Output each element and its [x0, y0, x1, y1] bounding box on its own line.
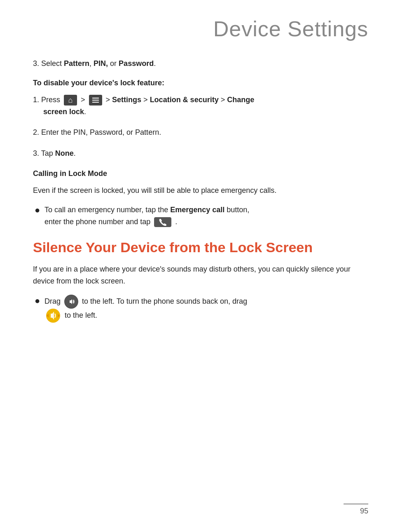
vibrate-icon [46, 309, 60, 323]
page-number: 95 [360, 507, 368, 516]
disable-step-2-text: 2. Enter the PIN, Password, or Pattern. [33, 127, 360, 138]
call-svg [157, 218, 168, 226]
step-3-select: 3. Select Pattern, PIN, or Password. [33, 58, 360, 70]
step-3-prefix: 3. Select [33, 59, 64, 68]
comma1: , [89, 59, 94, 68]
silence-bullet-content: Drag to the left. To turn the phone soun… [44, 295, 360, 323]
disable-step-3-text: 3. Tap None. [33, 148, 360, 159]
calling-bullet-prefix: To call an emergency number, tap the [44, 206, 170, 214]
home-icon [64, 95, 77, 105]
calling-heading: Calling in Lock Mode [33, 169, 360, 178]
call-icon [154, 217, 171, 227]
disable-step-1-text: 1. Press > > Settings > Location & secur… [33, 94, 360, 118]
page-footer: 95 [344, 504, 368, 516]
arrow-1: > [81, 96, 87, 104]
pin-label: PIN, [94, 59, 108, 68]
disable-step-1: 1. Press > > Settings > Location & secur… [33, 94, 360, 118]
bullet-dot-silence: ● [33, 295, 44, 307]
step-1-prefix: 1. Press [33, 96, 62, 104]
footer-line [344, 504, 368, 504]
sound-svg [67, 297, 76, 306]
step-3-text: 3. Select Pattern, PIN, or Password. [33, 58, 360, 70]
none-label: None [55, 149, 74, 157]
menu-icon [89, 95, 102, 105]
bullet-dot-calling: ● [33, 204, 44, 217]
silence-bullet-prefix: Drag [44, 297, 63, 305]
calling-bullet: ● To call an emergency number, tap the E… [33, 204, 360, 228]
step-3-suffix: . [74, 149, 76, 157]
silence-bullet: ● Drag to the left. To turn the phone so… [33, 295, 360, 323]
disable-step-2: 2. Enter the PIN, Password, or Pattern. [33, 127, 360, 138]
calling-bullet-content: To call an emergency number, tap the Eme… [44, 204, 360, 228]
calling-body: Even if the screen is locked, you will s… [33, 185, 360, 197]
calling-bullet-suffix: . [175, 218, 177, 226]
sound-icon [64, 295, 78, 309]
silence-bullet-middle: to the left. To turn the phone sounds ba… [82, 297, 247, 305]
pattern-label: Pattern [64, 59, 89, 68]
emergency-call-label: Emergency call [170, 206, 225, 214]
page-title: Device Settings [0, 0, 393, 54]
menu-lines [92, 98, 99, 103]
or-text: or [108, 59, 119, 68]
silence-bullet-suffix: to the left. [65, 311, 97, 319]
step-3-tap-prefix: 3. Tap [33, 149, 55, 157]
silence-heading: Silence Your Device from the Lock Screen [33, 239, 360, 256]
step-2-text: 2. Enter the PIN, Password, or Pattern. [33, 128, 161, 136]
disable-heading: To disable your device's lock feature: [33, 79, 360, 87]
password-label: Password [119, 59, 154, 68]
vibrate-svg [46, 309, 60, 323]
disable-step-3: 3. Tap None. [33, 148, 360, 159]
silence-body: If you are in a place where your device'… [33, 263, 360, 287]
